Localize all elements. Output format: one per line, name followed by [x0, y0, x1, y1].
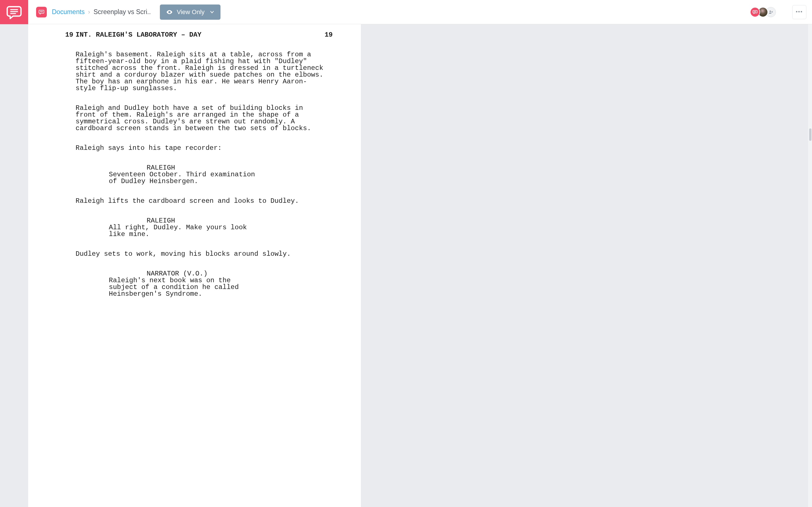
action-paragraph: Raleigh lifts the cardboard screen and l… — [75, 198, 324, 205]
scene-number-left: 19 — [56, 32, 73, 38]
action-paragraph: Raleigh and Dudley both have a set of bu… — [75, 105, 324, 132]
scrollbar-track[interactable] — [808, 24, 812, 507]
svg-point-5 — [169, 11, 170, 13]
screenplay-page: 19 INT. RALEIGH'S LABORATORY – DAY 19 Ra… — [28, 24, 361, 507]
top-bar: Documents › Screenplay vs Scri.. View On… — [28, 0, 812, 24]
scene-heading-row: 19 INT. RALEIGH'S LABORATORY – DAY 19 — [56, 32, 333, 38]
view-mode-label: View Only — [177, 8, 205, 16]
presence-comment-badge[interactable] — [750, 7, 760, 17]
more-menu-button[interactable]: ••• — [792, 5, 806, 19]
dialogue-block: Raleigh's next book was on the subject o… — [109, 277, 262, 297]
chat-bubble-icon — [38, 9, 45, 15]
character-cue: NARRATOR (V.O.) — [147, 270, 333, 277]
eye-icon — [166, 9, 173, 15]
svg-point-8 — [769, 10, 771, 12]
breadcrumb-root-link[interactable]: Documents — [52, 8, 85, 16]
view-mode-button[interactable]: View Only — [160, 4, 220, 20]
character-cue: RALEIGH — [147, 217, 333, 224]
action-paragraph: Dudley sets to work, moving his blocks a… — [75, 251, 324, 258]
action-paragraph: Raleigh's basement. Raleigh sits at a ta… — [75, 51, 324, 92]
action-paragraph: Raleigh says into his tape recorder: — [75, 145, 324, 152]
dialogue-block: Seventeen October. Third examination of … — [109, 171, 262, 185]
breadcrumb-current: Screenplay vs Scri.. — [94, 8, 151, 16]
scene-number-right: 19 — [316, 32, 333, 38]
chat-bubble-icon — [6, 4, 22, 20]
document-viewport[interactable]: 19 INT. RALEIGH'S LABORATORY – DAY 19 Ra… — [28, 24, 812, 507]
chevron-right-icon: › — [88, 8, 90, 16]
user-plus-icon — [768, 10, 773, 15]
breadcrumb: Documents › Screenplay vs Scri.. — [52, 8, 151, 16]
kebab-icon: ••• — [796, 9, 803, 15]
app-logo[interactable] — [0, 0, 28, 24]
character-cue: RALEIGH — [147, 165, 333, 171]
chat-bubble-icon — [752, 9, 758, 15]
chevron-down-icon — [210, 10, 214, 14]
breadcrumb-icon[interactable] — [36, 7, 47, 17]
scene-heading: INT. RALEIGH'S LABORATORY – DAY — [73, 32, 316, 38]
presence-avatars — [750, 7, 776, 17]
dialogue-block: All right, Dudley. Make yours look like … — [109, 224, 262, 238]
